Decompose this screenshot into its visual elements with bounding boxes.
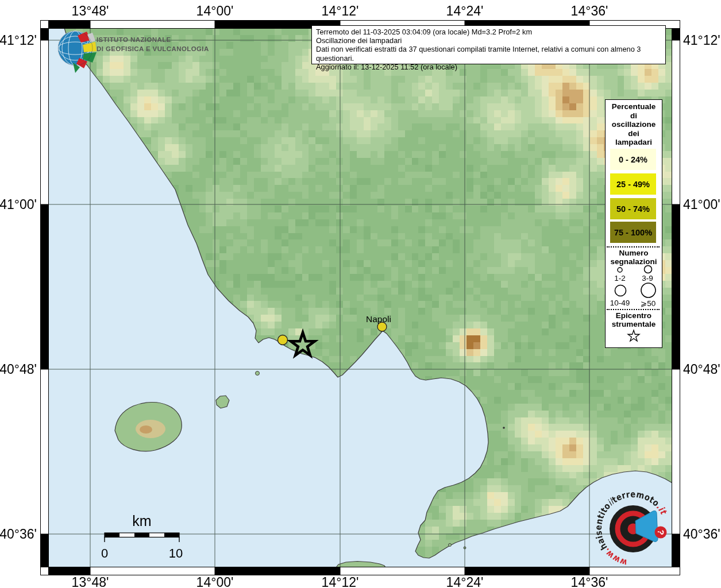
axis-label-bottom-5: 14°36': [571, 575, 608, 588]
axis-label-left-1: 41°12': [0, 33, 37, 48]
terrain-raster: [48, 28, 672, 567]
axis-label-top-5: 14°36': [571, 3, 608, 18]
count-label-50plus: ⩾50: [636, 299, 660, 308]
axis-label-top-4: 14°24': [446, 3, 484, 18]
axis-label-bottom-2: 14°00': [196, 575, 234, 588]
count-circle-3-9-icon: [643, 264, 653, 274]
count-label-1-2: 1-2: [610, 274, 630, 283]
axis-label-top-1: 13°48': [72, 3, 109, 18]
counts-title: Numero segnalazioni: [606, 249, 662, 266]
legend-title: Percentuale di oscillazione dei lampadar…: [606, 102, 662, 147]
count-label-3-9: 3-9: [638, 274, 657, 283]
info-line-disclaimer: Dati non verificati estratti da 37 quest…: [316, 45, 661, 62]
legend-separator-1: [607, 246, 660, 247]
epicenter-star-icon: [626, 328, 641, 343]
legend-separator-2: [607, 309, 660, 310]
info-line-question: Oscillazione dei lampadari: [316, 36, 661, 45]
legend-class-0-24: 0 - 24%: [610, 149, 656, 170]
count-circle-10-49-icon: [614, 284, 627, 297]
axis-label-left-2: 41°00': [0, 197, 37, 212]
axis-label-right-4: 40°36': [683, 527, 720, 541]
axis-label-left-4: 40°36': [0, 527, 37, 541]
legend-class-50-74: 50 - 74%: [610, 198, 656, 219]
legend-box: Percentuale di oscillazione dei lampadar…: [605, 99, 662, 348]
axis-label-top-2: 14°00': [196, 3, 234, 18]
earthquake-info-box: Terremoto del 11-03-2025 03:04:09 (ora l…: [311, 25, 666, 64]
axis-label-bottom-3: 14°12': [322, 575, 359, 588]
axis-label-right-1: 41°12': [683, 33, 720, 48]
felt-report-map-page: Napoli km 0 10: [0, 0, 721, 588]
axis-label-right-3: 40°48': [683, 362, 720, 377]
count-label-10-49: 10-49: [607, 299, 633, 307]
axis-label-right-2: 41°00': [683, 197, 720, 212]
count-circle-1-2-icon: [616, 266, 624, 274]
legend-class-75-100: 75 - 100%: [610, 222, 656, 243]
axis-label-bottom-4: 14°24': [446, 575, 484, 588]
info-line-updated: Aggiornato il: 13-12-2025 11:52 (ora loc…: [316, 63, 661, 71]
epicenter-title: Epicentro strumentale: [606, 311, 662, 328]
axis-label-left-3: 40°48': [0, 362, 37, 377]
legend-class-25-49: 25 - 49%: [610, 173, 656, 195]
count-circle-50plus-icon: [640, 282, 657, 299]
axis-label-top-3: 14°12': [322, 3, 359, 18]
info-line-event: Terremoto del 11-03-2025 03:04:09 (ora l…: [316, 28, 661, 36]
axis-label-bottom-1: 13°48': [72, 575, 109, 588]
